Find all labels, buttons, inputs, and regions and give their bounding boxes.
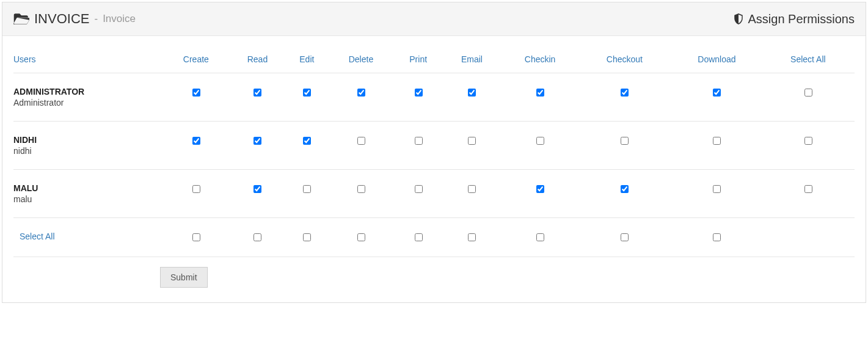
perm-checkbox-email[interactable] (468, 89, 476, 97)
col-delete[interactable]: Delete (331, 48, 396, 73)
select-all-label-cell: Select All (13, 218, 165, 257)
col-users[interactable]: Users (13, 48, 165, 73)
select-all-checkbox-edit[interactable] (303, 233, 311, 241)
table-row: NIDHInidhi (13, 122, 855, 170)
perm-cell (288, 73, 331, 122)
perm-checkbox-edit[interactable] (303, 185, 311, 193)
perm-cell (503, 122, 582, 170)
perm-checkbox-print[interactable] (415, 185, 423, 193)
col-checkout[interactable]: Checkout (582, 48, 673, 73)
perm-cell (165, 170, 232, 218)
perm-checkbox-email[interactable] (468, 185, 476, 193)
perm-checkbox-checkin[interactable] (536, 137, 544, 145)
page-title-main: INVOICE (34, 11, 89, 27)
perm-cell (288, 170, 331, 218)
perm-checkbox-download[interactable] (713, 137, 721, 145)
perm-cell (396, 170, 445, 218)
perm-checkbox-select-all[interactable] (804, 89, 812, 97)
perm-cell (331, 122, 396, 170)
perm-checkbox-checkout[interactable] (621, 185, 629, 193)
user-cell: NIDHInidhi (13, 122, 165, 170)
perm-cell (232, 170, 288, 218)
table-header-row: Users Create Read Edit Delete Print Emai… (13, 48, 855, 73)
select-all-checkbox-print[interactable] (415, 233, 423, 241)
col-read[interactable]: Read (232, 48, 288, 73)
user-name: MALU (13, 183, 160, 193)
perm-checkbox-download[interactable] (713, 185, 721, 193)
select-all-link[interactable]: Select All (20, 231, 55, 241)
table-row: MALUmalu (13, 170, 855, 218)
perm-cell (672, 218, 767, 257)
perm-cell (288, 218, 331, 257)
perm-checkbox-edit[interactable] (303, 89, 311, 97)
user-cell: MALUmalu (13, 170, 165, 218)
perm-cell (445, 73, 503, 122)
perm-cell (582, 73, 673, 122)
perm-checkbox-read[interactable] (253, 137, 261, 145)
permissions-table: Users Create Read Edit Delete Print Emai… (13, 48, 855, 257)
perm-cell (767, 218, 855, 257)
perm-cell (445, 170, 503, 218)
select-all-checkbox-read[interactable] (253, 233, 261, 241)
perm-cell (288, 122, 331, 170)
col-email[interactable]: Email (445, 48, 503, 73)
perm-cell (165, 218, 232, 257)
select-all-checkbox-create[interactable] (192, 233, 200, 241)
perm-cell (503, 170, 582, 218)
perm-checkbox-delete[interactable] (357, 89, 365, 97)
perm-checkbox-edit[interactable] (303, 137, 311, 145)
user-name: NIDHI (13, 135, 160, 145)
user-subname: malu (13, 194, 160, 204)
perm-cell (331, 170, 396, 218)
perm-checkbox-select-all[interactable] (804, 137, 812, 145)
select-all-checkbox-delete[interactable] (357, 233, 365, 241)
submit-button[interactable]: Submit (160, 267, 208, 288)
perm-checkbox-print[interactable] (415, 137, 423, 145)
user-subname: nidhi (13, 146, 160, 156)
perm-cell (165, 73, 232, 122)
col-create[interactable]: Create (165, 48, 232, 73)
page-title-sep: - (94, 13, 98, 25)
user-name: ADMINISTRATOR (13, 87, 160, 97)
table-row: ADMINISTRATORAdministrator (13, 73, 855, 122)
perm-cell (503, 218, 582, 257)
select-all-checkbox-download[interactable] (713, 233, 721, 241)
perm-checkbox-checkout[interactable] (621, 137, 629, 145)
assign-permissions-link[interactable]: Assign Permissions (733, 12, 855, 26)
select-all-checkbox-checkin[interactable] (536, 233, 544, 241)
perm-checkbox-print[interactable] (415, 89, 423, 97)
select-all-checkbox-checkout[interactable] (621, 233, 629, 241)
perm-checkbox-create[interactable] (192, 89, 200, 97)
perm-checkbox-checkin[interactable] (536, 185, 544, 193)
shield-icon (733, 13, 744, 24)
perm-checkbox-download[interactable] (713, 89, 721, 97)
perm-cell (503, 73, 582, 122)
perm-checkbox-email[interactable] (468, 137, 476, 145)
permissions-panel: INVOICE - Invoice Assign Permissions Use… (2, 2, 866, 303)
select-all-checkbox-email[interactable] (468, 233, 476, 241)
perm-checkbox-read[interactable] (253, 89, 261, 97)
perm-checkbox-checkout[interactable] (621, 89, 629, 97)
perm-checkbox-select-all[interactable] (804, 185, 812, 193)
col-edit[interactable]: Edit (288, 48, 331, 73)
perm-checkbox-create[interactable] (192, 137, 200, 145)
perm-checkbox-delete[interactable] (357, 185, 365, 193)
col-checkin[interactable]: Checkin (503, 48, 582, 73)
perm-cell (232, 73, 288, 122)
perm-checkbox-read[interactable] (253, 185, 261, 193)
perm-cell (582, 122, 673, 170)
perm-cell (331, 73, 396, 122)
col-print[interactable]: Print (396, 48, 445, 73)
user-subname: Administrator (13, 98, 160, 108)
perm-cell (445, 218, 503, 257)
perm-checkbox-create[interactable] (192, 185, 200, 193)
perm-checkbox-delete[interactable] (357, 137, 365, 145)
user-cell: ADMINISTRATORAdministrator (13, 73, 165, 122)
col-download[interactable]: Download (672, 48, 767, 73)
perm-cell (672, 122, 767, 170)
perm-checkbox-checkin[interactable] (536, 89, 544, 97)
perm-cell (582, 218, 673, 257)
perm-cell (232, 122, 288, 170)
col-select-all[interactable]: Select All (767, 48, 855, 73)
perm-cell (396, 73, 445, 122)
